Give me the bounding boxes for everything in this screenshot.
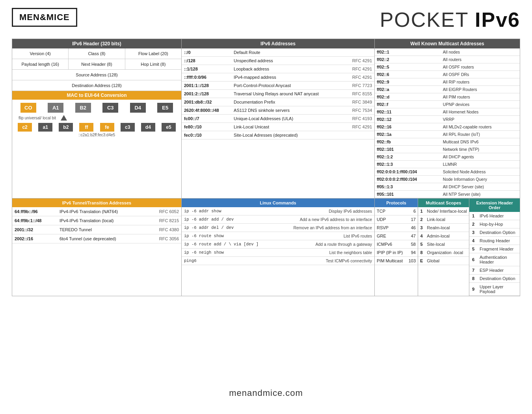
bits-cell-hoplimit: Hop Limit (8) (125, 59, 181, 69)
scope-id: 1 (418, 207, 425, 215)
eui-cell-co: CO (20, 103, 36, 113)
mc-addr: ff02::12 (375, 116, 441, 123)
mc-desc: All OSPF routers (441, 63, 520, 71)
mc-desc: Solicited Node Address (441, 168, 520, 176)
multicast-table: ff02::1 All nodes ff02::2 All routers ff… (375, 48, 520, 198)
ext-name: Authentication Header (477, 253, 520, 266)
ipv6-addresses-panel: IPv6 Addresses ::/0 Default Route ::/128… (182, 39, 375, 198)
scope-id: 4 (418, 232, 425, 240)
eui-result: ::c2a1:b2ff:fec3:d4e5 (15, 133, 179, 139)
multicast-row: ff02:0:0:0:2:ff00:/104 Node Information … (375, 176, 520, 183)
multicast-row: ff02:0:0:0:1:ff00:/104 Solicited Node Ad… (375, 168, 520, 176)
bits-cell-flowlabel: Flow Label (20) (125, 48, 181, 59)
linux-panel: Linux Commands ip -6 addr show Display I… (182, 199, 375, 296)
mc-desc: Network time (NTP) (441, 146, 520, 153)
multicast-row: ff05::1:3 All DHCP Server (site) (375, 183, 520, 191)
flip-label: flip universal/ local bit (19, 116, 56, 120)
proto-num: 46 (406, 224, 418, 232)
title-box: POCKET IPv6 (380, 8, 520, 32)
eui-cell-d4: D4 (130, 103, 146, 113)
ext-num: 8 (469, 275, 477, 283)
addr-row: 2001:1::/128 Port-Control-Protocol Anyca… (182, 82, 374, 90)
linux-row: ip -6 route show List IPv6 routes (182, 232, 374, 240)
scope-row: 8 Organization -local (418, 249, 469, 257)
addr-rfc: RFC 7723 (344, 82, 374, 90)
eui-cell-e5: E5 (157, 103, 173, 113)
addr-desc: Loopback address (231, 65, 344, 73)
linux-cmd: ip -6 addr show (182, 207, 278, 215)
mc-addr: ff02::1:3 (375, 161, 441, 168)
ext-num: 1 (469, 212, 477, 220)
addr-row: fe80::/10 Link-Local Unicast RFC 4291 (182, 123, 374, 131)
mac-section-title: MAC to EUI-64 Conversion (12, 91, 181, 100)
linux-cmd: ip -6 addr add / dev (182, 215, 278, 224)
proto-num: 103 (406, 257, 418, 265)
multicast-row: ff02::16 All MLDv2-capable routers (375, 123, 520, 131)
addr-rfc: RFC 4291 (344, 65, 374, 73)
mc-addr: ff02::16 (375, 123, 441, 131)
scope-row: 5 Site-local (418, 240, 469, 249)
ext-row: 8 Destination Option (469, 275, 520, 283)
scope-name: Admin-local (425, 232, 469, 240)
mc-addr: ff02::a (375, 86, 441, 93)
multicast-row: ff02::12 VRRP (375, 116, 520, 123)
multicast-row: ff02::1 All nodes (375, 48, 520, 56)
ext-row: 3 Destination Option (469, 228, 520, 237)
bits-row-1: Version (4) Class (8) Flow Label (20) (12, 48, 181, 59)
scopes-table: 1 Node/ Interface-local 2 Link-local 3 R… (418, 207, 469, 265)
ext-name: Upper Layer Payload (477, 283, 520, 296)
ext-num: 9 (469, 283, 477, 296)
protocol-row: UDP 17 (375, 215, 418, 224)
bottom-panels: IPv6 Tunnel/Transition Addresses 64:ff9b… (12, 199, 520, 296)
addr-desc: Documentation Prefix (231, 98, 344, 106)
addr-rfc: RFC 7534 (344, 106, 374, 115)
ext-row: 6 Authentication Header (469, 253, 520, 266)
multicast-row: ff02::fb Multicast DNS IPv6 (375, 138, 520, 146)
ext-name: ESP Header (477, 266, 520, 275)
proto-num: 17 (406, 215, 418, 224)
eui-cell-e5b: e5 (162, 123, 176, 132)
bits-cell-nextheader: Next Header (8) (69, 59, 125, 69)
title-pocket: POCKET IPv6 (380, 8, 520, 31)
ext-row: 9 Upper Layer Payload (469, 283, 520, 296)
addr-row: ::ffff:0:0/96 IPv4-mapped address RFC 42… (182, 73, 374, 82)
scope-id: 2 (418, 215, 425, 224)
mc-addr: ff02::6 (375, 71, 441, 78)
ipv6-header-title: IPv6 Header (320 bits) (12, 39, 181, 48)
proto-name: ICMPv6 (375, 240, 406, 249)
mc-desc: All DHCP Server (site) (441, 183, 520, 191)
multicast-panel: Well Known Multicast Addresses ff02::1 A… (375, 39, 520, 198)
ext-num: 4 (469, 237, 477, 245)
scope-name: Link-local (425, 215, 469, 224)
mc-desc: All RIP routers (441, 78, 520, 86)
ext-num: 6 (469, 253, 477, 266)
ext-name: Destination Option (477, 228, 520, 237)
mc-addr: ff02::101 (375, 146, 441, 153)
eui-arrow-area: flip universal/ local bit (15, 114, 179, 121)
linux-row: ping6 Test ICMPv6 connectivity (182, 257, 374, 265)
arrow-up-icon (61, 115, 67, 121)
linux-cmd: ping6 (182, 257, 278, 265)
multicast-row: ff02::d All PIM routers (375, 93, 520, 101)
tunnel-row: 2002::/16 6to4 Tunnel (use deprecated) R… (12, 234, 181, 243)
ext-name: Routing Header (477, 237, 520, 245)
multicast-row: ff02::1a All RPL Router (IoT) (375, 131, 520, 138)
tunnel-row: 64:ff9b::/96 IPv4-IPv6 Translation (NAT6… (12, 207, 181, 216)
addr-row: fc00::/7 Unique-Local Addresses (ULA) RF… (182, 115, 374, 123)
proto-num: 6 (406, 207, 418, 215)
addr-rfc: RFC 4291 (344, 123, 374, 131)
scope-id: 3 (418, 224, 425, 232)
protocol-row: PIM Multicast 103 (375, 257, 418, 265)
linux-desc: Add a new IPv6 address to an interface (278, 215, 374, 224)
addr-desc: Port-Control-Protocol Anycast (231, 82, 344, 90)
addr-table: ::/0 Default Route ::/128 Unspecified ad… (182, 48, 374, 139)
ext-num: 5 (469, 245, 477, 253)
protocol-row: GRE 47 (375, 232, 418, 240)
linux-desc: Test ICMPv6 connectivity (278, 257, 374, 265)
bits-cell-payload: Payload length (16) (12, 59, 69, 69)
scope-row: 4 Admin-local (418, 232, 469, 240)
logo-box: MEN&MICE (12, 8, 77, 27)
header-bits-grid: Version (4) Class (8) Flow Label (20) Pa… (12, 48, 181, 91)
eui-cell-b2b: b2 (59, 123, 73, 132)
mc-addr: ff02::f (375, 101, 441, 108)
